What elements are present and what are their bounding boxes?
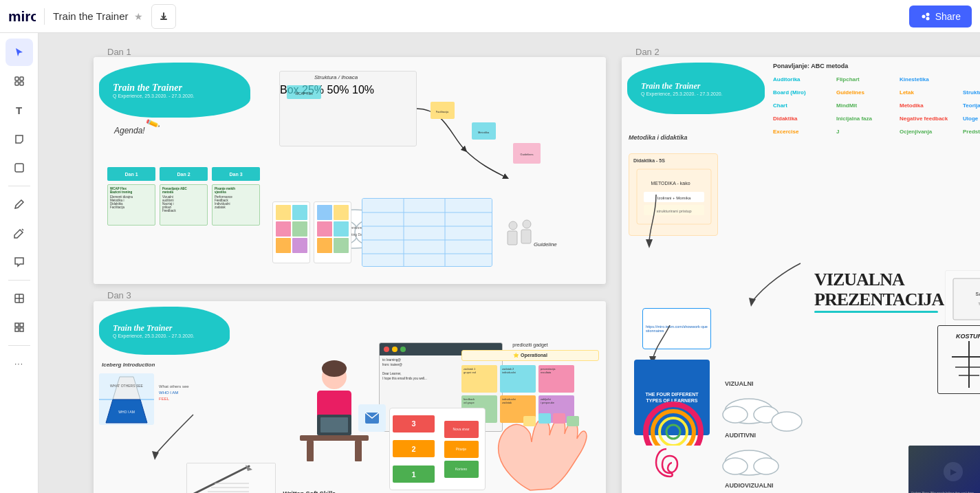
rainbow-visual <box>639 397 708 446</box>
toolbar-sep-1 <box>8 186 30 186</box>
svg-rect-99 <box>553 413 565 424</box>
svg-rect-91 <box>307 441 314 461</box>
metodika-label: Metodika i didaktika <box>629 134 688 141</box>
ear-icon <box>653 442 694 483</box>
dan3-title: Train the Trainer <box>113 323 230 333</box>
vizualni-small-cloud <box>770 408 811 435</box>
dan1-schedule: WCAP FlexBazicni trening Elementi dizajn… <box>107 184 260 226</box>
feedback-hand-area <box>482 408 592 493</box>
term-letak: Letak <box>900 89 960 102</box>
svg-marker-87 <box>152 451 159 460</box>
miro-logo[interactable]: miro <box>8 7 36 26</box>
kostur-box: KOSTUR <box>937 325 980 394</box>
sticky-op-2: zadatak 2individualni <box>500 365 536 393</box>
svg-point-57 <box>754 458 778 474</box>
toolbar-sep-2 <box>8 280 30 281</box>
sticky-tool[interactable] <box>6 125 33 153</box>
shape-tool[interactable] <box>6 154 33 182</box>
topbar: miro Train the Trainer ★ Share <box>0 0 980 33</box>
vizualna-prezentacija-area: VIZUALNAPREZENTACIJA SADRZAJ TEORIJA <box>814 270 980 313</box>
fb-pitanje: Pitanje <box>444 441 479 458</box>
dan-columns: Dan 1 Dan 2 Dan 3 <box>107 167 260 181</box>
section-label-dan3: Dan 3 <box>107 290 131 300</box>
apps-tool[interactable] <box>6 314 33 341</box>
title-area: Train the Trainer ★ <box>53 10 143 22</box>
frame-dan3[interactable]: Train the Trainer Q Experience, 25.3.202… <box>94 301 606 493</box>
term-chart: Chart <box>773 102 834 115</box>
svg-rect-8 <box>15 82 19 85</box>
svg-point-95 <box>322 360 347 377</box>
vark-audiovizualni: AUDIOVIZUALNI <box>725 482 774 489</box>
svg-text:miro: miro <box>8 8 36 24</box>
dan1-teal-blob: Train the Trainer Q Experience, 25.3.202… <box>99 63 250 118</box>
svg-marker-49 <box>646 239 653 248</box>
svg-marker-70 <box>749 298 756 307</box>
term-teorija: Teorija <box>963 102 980 115</box>
kostur-svg: KOSTUR <box>938 326 980 394</box>
svg-rect-92 <box>355 441 362 461</box>
section-label-dan1: Dan 1 <box>107 47 131 57</box>
svg-rect-6 <box>15 77 19 80</box>
frame-dan2[interactable]: Train the Trainer Q Experience, 25.3.202… <box>622 57 980 493</box>
dan2-subtitle: Q Experience, 25.3.2020. - 27.3.2020. <box>641 91 765 96</box>
svg-point-60 <box>660 418 687 446</box>
grid-tool[interactable] <box>6 285 33 312</box>
schedule-col1: WCAP FlexBazicni trening Elementi dizajn… <box>107 184 155 226</box>
iceberg-label: Iceberg Introduction <box>102 362 155 368</box>
term-negative-fb: Negative feedback <box>900 116 960 128</box>
svg-rect-7 <box>20 77 23 80</box>
svg-text:Metodika: Metodika <box>478 131 490 134</box>
col-dan3: Dan 3 <box>212 167 260 181</box>
comments-tool[interactable] <box>6 248 33 276</box>
svg-point-3 <box>922 14 925 18</box>
written-soft-skills: Written Soft Skills <box>283 490 336 493</box>
share-button[interactable]: Share <box>909 6 972 28</box>
operational-badge: ⭐ Operational <box>461 350 599 361</box>
svg-text:KOSTUR: KOSTUR <box>956 333 980 340</box>
section-label-dan2: Dan 2 <box>635 47 660 57</box>
email-svg-icon <box>364 410 380 426</box>
video-thumbnail[interactable]: ▶ Graham Shaw: Why people believe they c… <box>908 446 980 493</box>
more-tool[interactable]: ··· <box>6 350 33 377</box>
dan2-interior: Train the Trainer Q Experience, 25.3.202… <box>622 57 980 493</box>
term-metodika2: Metodika <box>900 102 960 115</box>
sticky-op-3: prezentacijarezultata <box>538 365 574 393</box>
term-excercise: Excercise <box>773 129 834 135</box>
fb-nova-stvar: Nova stvar <box>444 421 479 438</box>
dan3-interior: Train the Trainer Q Experience, 25.3.202… <box>94 301 606 493</box>
svg-point-52 <box>723 406 748 423</box>
svg-rect-33 <box>508 231 517 245</box>
dan3-arrow1 <box>152 408 207 463</box>
svg-rect-90 <box>300 435 369 441</box>
board-title: Train the Trainer <box>53 10 129 22</box>
pen-tool[interactable] <box>6 190 33 218</box>
star-icon[interactable]: ★ <box>134 11 143 22</box>
svg-point-32 <box>523 220 531 228</box>
export-button[interactable] <box>151 4 176 29</box>
schedule-col2: Ponavljanje ABCmetoda VizualniauditivniN… <box>160 184 208 226</box>
svg-text:Facilitacija: Facilitacija <box>436 110 449 113</box>
svg-text:Guidelines: Guidelines <box>521 153 534 156</box>
bar-1: 1 <box>393 465 435 483</box>
auditivni-clouds <box>721 446 790 483</box>
term-didaktika: Didaktika <box>773 116 834 128</box>
svg-rect-94 <box>320 417 348 432</box>
vizualna-underline <box>814 311 938 313</box>
term-j: J <box>836 129 897 135</box>
svg-rect-2 <box>163 12 164 18</box>
term-flipchart: Flipchart <box>836 76 897 89</box>
canvas[interactable]: Dan 1 Dan 2 Dan 3 Train the Trainer Q Ex… <box>39 33 980 493</box>
term-predstavljanje: Predstavljanje <box>963 129 980 135</box>
svg-rect-15 <box>20 323 23 327</box>
select-tool[interactable] <box>6 39 33 66</box>
frame-dan1[interactable]: Train the Trainer Q Experience, 25.3.202… <box>94 57 606 284</box>
svg-point-56 <box>723 458 748 474</box>
schedule-col3: Pisanje mekihvjestina PerformanceFeedbac… <box>212 184 260 226</box>
learner-illustrations <box>635 394 711 493</box>
feedback-321-inner: 3 2 1 Nova stvar Pitanje Korisno <box>390 408 485 490</box>
dan2-arrow1 <box>745 256 814 311</box>
frames-tool[interactable] <box>6 67 33 95</box>
text-tool[interactable]: T <box>6 96 33 124</box>
pencil-tool[interactable] <box>6 219 33 247</box>
term-uloge: Uloge <box>963 116 980 128</box>
